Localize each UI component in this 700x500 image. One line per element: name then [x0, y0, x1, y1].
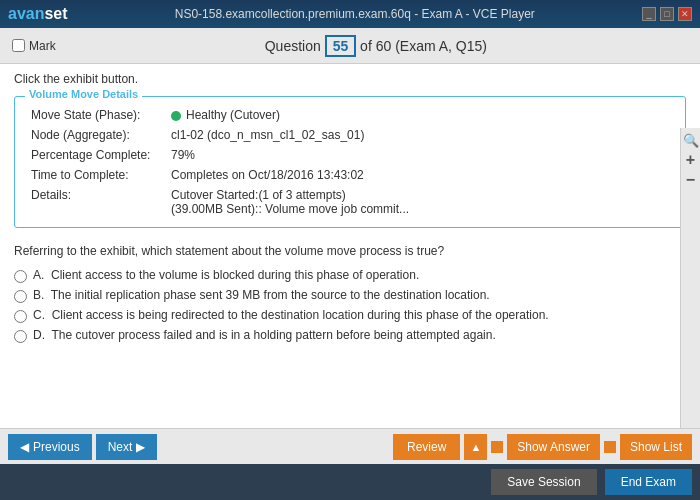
logo-text-a: avan [8, 5, 44, 22]
mark-checkbox-input[interactable] [12, 39, 25, 52]
review-arrow-button[interactable]: ▲ [464, 434, 487, 460]
answer-option-d[interactable]: D. The cutover process failed and is in … [14, 328, 686, 343]
zoom-in-icon[interactable]: + [683, 152, 699, 168]
row-label: Percentage Complete: [25, 145, 165, 165]
answer-option-d-text: D. The cutover process failed and is in … [33, 328, 496, 342]
window-controls[interactable]: _ □ ✕ [642, 7, 692, 21]
show-answer-icon [491, 441, 503, 453]
details-table: Move State (Phase): Healthy (Cutover) No… [25, 105, 675, 219]
question-text: Referring to the exhibit, which statemen… [14, 244, 686, 258]
answer-option-b[interactable]: B. The initial replication phase sent 39… [14, 288, 686, 303]
next-button[interactable]: Next ▶ [96, 434, 158, 460]
answer-option-a[interactable]: A. Client access to the volume is blocke… [14, 268, 686, 283]
row-value: 79% [165, 145, 675, 165]
question-info: Question 55 of 60 (Exam A, Q15) [64, 35, 688, 57]
previous-button[interactable]: ◀ Previous [8, 434, 92, 460]
show-list-icon [604, 441, 616, 453]
review-button[interactable]: Review [393, 434, 460, 460]
answer-radio-b[interactable] [14, 290, 27, 303]
row-value: Cutover Started:(1 of 3 attempts)(39.00M… [165, 185, 675, 219]
close-button[interactable]: ✕ [678, 7, 692, 21]
table-row: Percentage Complete: 79% [25, 145, 675, 165]
content-area: Click the exhibit button. Volume Move De… [0, 64, 700, 452]
next-arrow-icon: ▶ [136, 440, 145, 454]
table-row: Details: Cutover Started:(1 of 3 attempt… [25, 185, 675, 219]
table-row: Node (Aggregate): cl1-02 (dco_n_msn_cl1_… [25, 125, 675, 145]
row-value: Healthy (Cutover) [165, 105, 675, 125]
previous-label: Previous [33, 440, 80, 454]
exhibit-instruction: Click the exhibit button. [14, 72, 686, 86]
title-bar: avanset NS0-158.examcollection.premium.e… [0, 0, 700, 28]
app-logo: avanset [8, 5, 68, 23]
save-session-button[interactable]: Save Session [491, 469, 596, 495]
answer-radio-a[interactable] [14, 270, 27, 283]
answer-option-c[interactable]: C. Client access is being redirected to … [14, 308, 686, 323]
question-number-box: 55 [325, 35, 357, 57]
right-sidebar: 🔍 + − [680, 128, 700, 452]
answer-option-a-text: A. Client access to the volume is blocke… [33, 268, 419, 282]
row-label: Time to Complete: [25, 165, 165, 185]
table-row: Move State (Phase): Healthy (Cutover) [25, 105, 675, 125]
table-row: Time to Complete: Completes on Oct/18/20… [25, 165, 675, 185]
next-label: Next [108, 440, 133, 454]
row-value: Completes on Oct/18/2016 13:43:02 [165, 165, 675, 185]
volume-move-details-box: Volume Move Details Move State (Phase): … [14, 96, 686, 228]
mark-label: Mark [29, 39, 56, 53]
answer-option-b-text: B. The initial replication phase sent 39… [33, 288, 490, 302]
row-value: cl1-02 (dco_n_msn_cl1_02_sas_01) [165, 125, 675, 145]
maximize-button[interactable]: □ [660, 7, 674, 21]
status-dot [171, 111, 181, 121]
question-label: Question [265, 38, 321, 54]
show-list-button[interactable]: Show List [620, 434, 692, 460]
details-box-title: Volume Move Details [25, 88, 142, 100]
answer-radio-d[interactable] [14, 330, 27, 343]
prev-arrow-icon: ◀ [20, 440, 29, 454]
question-of-label: of 60 (Exam A, Q15) [360, 38, 487, 54]
bottom-bar: Save Session End Exam [0, 464, 700, 500]
answer-option-c-text: C. Client access is being redirected to … [33, 308, 549, 322]
row-label: Move State (Phase): [25, 105, 165, 125]
mark-checkbox-label[interactable]: Mark [12, 39, 56, 53]
row-label: Details: [25, 185, 165, 219]
answer-options: A. Client access to the volume is blocke… [14, 268, 686, 343]
end-exam-button[interactable]: End Exam [605, 469, 692, 495]
toolbar: Mark Question 55 of 60 (Exam A, Q15) [0, 28, 700, 64]
bottom-navigation: ◀ Previous Next ▶ Review ▲ Show Answer S… [0, 428, 700, 464]
zoom-out-icon[interactable]: − [683, 172, 699, 188]
search-icon[interactable]: 🔍 [683, 132, 699, 148]
show-answer-button[interactable]: Show Answer [507, 434, 600, 460]
minimize-button[interactable]: _ [642, 7, 656, 21]
logo-text-b: set [44, 5, 67, 22]
window-title: NS0-158.examcollection.premium.exam.60q … [68, 7, 642, 21]
answer-radio-c[interactable] [14, 310, 27, 323]
row-label: Node (Aggregate): [25, 125, 165, 145]
